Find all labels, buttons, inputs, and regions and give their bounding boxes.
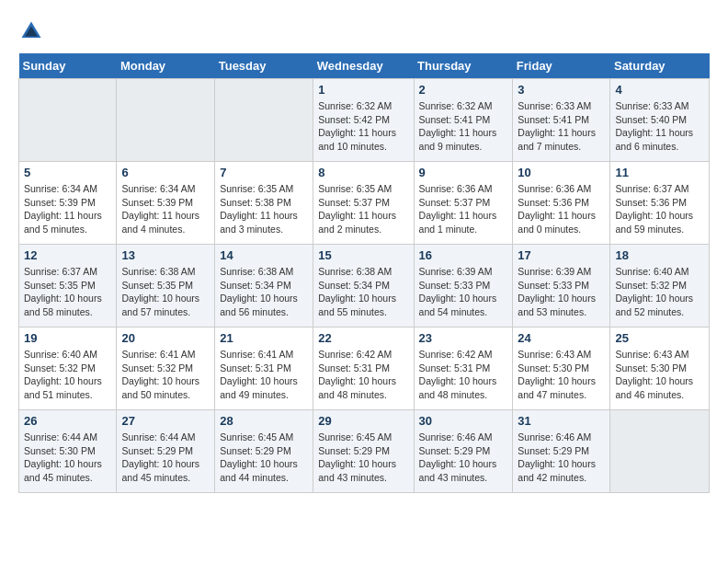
- calendar-cell: 19Sunrise: 6:40 AM Sunset: 5:32 PM Dayli…: [19, 327, 117, 410]
- calendar-cell: 21Sunrise: 6:41 AM Sunset: 5:31 PM Dayli…: [215, 327, 313, 410]
- day-number: 11: [615, 166, 704, 179]
- calendar-cell: [117, 79, 215, 162]
- day-info: Sunrise: 6:33 AM Sunset: 5:40 PM Dayligh…: [615, 99, 704, 154]
- day-number: 16: [419, 248, 508, 262]
- column-header-sunday: Sunday: [19, 53, 117, 79]
- day-info: Sunrise: 6:38 AM Sunset: 5:35 PM Dayligh…: [121, 265, 210, 319]
- day-info: Sunrise: 6:42 AM Sunset: 5:31 PM Dayligh…: [318, 348, 408, 402]
- day-number: 25: [615, 331, 704, 345]
- calendar-cell: 12Sunrise: 6:37 AM Sunset: 5:35 PM Dayli…: [19, 245, 117, 327]
- day-info: Sunrise: 6:38 AM Sunset: 5:34 PM Dayligh…: [318, 265, 408, 319]
- calendar-cell: 15Sunrise: 6:38 AM Sunset: 5:34 PM Dayli…: [313, 245, 414, 327]
- column-header-thursday: Thursday: [414, 53, 513, 79]
- day-number: 5: [24, 166, 111, 179]
- day-info: Sunrise: 6:34 AM Sunset: 5:39 PM Dayligh…: [24, 182, 111, 236]
- day-info: Sunrise: 6:32 AM Sunset: 5:42 PM Dayligh…: [318, 99, 408, 154]
- day-info: Sunrise: 6:41 AM Sunset: 5:31 PM Dayligh…: [220, 348, 308, 402]
- calendar-cell: 27Sunrise: 6:44 AM Sunset: 5:29 PM Dayli…: [117, 410, 215, 493]
- day-number: 1: [318, 83, 408, 97]
- calendar-cell: 13Sunrise: 6:38 AM Sunset: 5:35 PM Dayli…: [117, 245, 215, 327]
- calendar-cell: 2Sunrise: 6:32 AM Sunset: 5:41 PM Daylig…: [414, 79, 513, 162]
- calendar-cell: 31Sunrise: 6:46 AM Sunset: 5:29 PM Dayli…: [513, 410, 610, 493]
- day-number: 17: [518, 248, 605, 262]
- calendar-cell: 22Sunrise: 6:42 AM Sunset: 5:31 PM Dayli…: [313, 327, 414, 410]
- day-number: 24: [518, 331, 605, 345]
- calendar-cell: 4Sunrise: 6:33 AM Sunset: 5:40 PM Daylig…: [610, 79, 710, 162]
- calendar-cell: 10Sunrise: 6:36 AM Sunset: 5:36 PM Dayli…: [513, 162, 610, 245]
- calendar-cell: 29Sunrise: 6:45 AM Sunset: 5:29 PM Dayli…: [313, 410, 414, 493]
- column-header-friday: Friday: [513, 53, 610, 79]
- column-header-wednesday: Wednesday: [313, 53, 414, 79]
- day-info: Sunrise: 6:40 AM Sunset: 5:32 PM Dayligh…: [24, 348, 111, 402]
- day-info: Sunrise: 6:45 AM Sunset: 5:29 PM Dayligh…: [318, 431, 408, 485]
- calendar-cell: 14Sunrise: 6:38 AM Sunset: 5:34 PM Dayli…: [215, 245, 313, 327]
- day-number: 19: [24, 331, 111, 345]
- calendar-cell: 5Sunrise: 6:34 AM Sunset: 5:39 PM Daylig…: [19, 162, 117, 245]
- day-number: 4: [615, 83, 704, 97]
- calendar-week-row: 19Sunrise: 6:40 AM Sunset: 5:32 PM Dayli…: [19, 327, 710, 410]
- calendar-cell: 9Sunrise: 6:36 AM Sunset: 5:37 PM Daylig…: [414, 162, 513, 245]
- calendar-header-row: SundayMondayTuesdayWednesdayThursdayFrid…: [19, 53, 710, 79]
- calendar-cell: 3Sunrise: 6:33 AM Sunset: 5:41 PM Daylig…: [513, 79, 610, 162]
- calendar-cell: 7Sunrise: 6:35 AM Sunset: 5:38 PM Daylig…: [215, 162, 313, 245]
- day-info: Sunrise: 6:46 AM Sunset: 5:29 PM Dayligh…: [518, 431, 605, 485]
- day-info: Sunrise: 6:43 AM Sunset: 5:30 PM Dayligh…: [518, 348, 605, 402]
- day-number: 29: [318, 414, 408, 428]
- day-number: 3: [518, 83, 605, 97]
- day-info: Sunrise: 6:44 AM Sunset: 5:30 PM Dayligh…: [24, 431, 111, 485]
- calendar-cell: 26Sunrise: 6:44 AM Sunset: 5:30 PM Dayli…: [19, 410, 117, 493]
- calendar-cell: 30Sunrise: 6:46 AM Sunset: 5:29 PM Dayli…: [414, 410, 513, 493]
- column-header-tuesday: Tuesday: [215, 53, 313, 79]
- day-number: 26: [24, 414, 111, 428]
- day-number: 31: [518, 414, 605, 428]
- day-info: Sunrise: 6:32 AM Sunset: 5:41 PM Dayligh…: [419, 99, 508, 154]
- day-number: 30: [419, 414, 508, 428]
- day-info: Sunrise: 6:41 AM Sunset: 5:32 PM Dayligh…: [121, 348, 210, 402]
- day-info: Sunrise: 6:38 AM Sunset: 5:34 PM Dayligh…: [220, 265, 308, 319]
- day-number: 27: [121, 414, 210, 428]
- logo-icon: [18, 18, 44, 44]
- calendar-week-row: 1Sunrise: 6:32 AM Sunset: 5:42 PM Daylig…: [19, 79, 710, 162]
- day-info: Sunrise: 6:45 AM Sunset: 5:29 PM Dayligh…: [220, 431, 308, 485]
- calendar-cell: 17Sunrise: 6:39 AM Sunset: 5:33 PM Dayli…: [513, 245, 610, 327]
- calendar-cell: 1Sunrise: 6:32 AM Sunset: 5:42 PM Daylig…: [313, 79, 414, 162]
- calendar-cell: 16Sunrise: 6:39 AM Sunset: 5:33 PM Dayli…: [414, 245, 513, 327]
- day-number: 20: [121, 331, 210, 345]
- day-number: 7: [220, 166, 308, 179]
- day-number: 10: [518, 166, 605, 179]
- day-number: 14: [220, 248, 308, 262]
- calendar-cell: 18Sunrise: 6:40 AM Sunset: 5:32 PM Dayli…: [610, 245, 710, 327]
- day-info: Sunrise: 6:35 AM Sunset: 5:37 PM Dayligh…: [318, 182, 408, 236]
- calendar-cell: [215, 79, 313, 162]
- page-header: [18, 18, 710, 44]
- day-number: 9: [419, 166, 508, 179]
- day-number: 21: [220, 331, 308, 345]
- day-number: 8: [318, 166, 408, 179]
- column-header-monday: Monday: [117, 53, 215, 79]
- calendar-table: SundayMondayTuesdayWednesdayThursdayFrid…: [18, 53, 710, 493]
- day-info: Sunrise: 6:39 AM Sunset: 5:33 PM Dayligh…: [419, 265, 508, 319]
- day-number: 23: [419, 331, 508, 345]
- day-info: Sunrise: 6:34 AM Sunset: 5:39 PM Dayligh…: [121, 182, 210, 236]
- logo: [18, 18, 46, 44]
- day-info: Sunrise: 6:44 AM Sunset: 5:29 PM Dayligh…: [121, 431, 210, 485]
- day-info: Sunrise: 6:37 AM Sunset: 5:36 PM Dayligh…: [615, 182, 704, 236]
- calendar-cell: 28Sunrise: 6:45 AM Sunset: 5:29 PM Dayli…: [215, 410, 313, 493]
- day-info: Sunrise: 6:37 AM Sunset: 5:35 PM Dayligh…: [24, 265, 111, 319]
- day-info: Sunrise: 6:35 AM Sunset: 5:38 PM Dayligh…: [220, 182, 308, 236]
- calendar-cell: [19, 79, 117, 162]
- day-info: Sunrise: 6:33 AM Sunset: 5:41 PM Dayligh…: [518, 99, 605, 154]
- calendar-week-row: 26Sunrise: 6:44 AM Sunset: 5:30 PM Dayli…: [19, 410, 710, 493]
- calendar-week-row: 12Sunrise: 6:37 AM Sunset: 5:35 PM Dayli…: [19, 245, 710, 327]
- day-number: 13: [121, 248, 210, 262]
- calendar-cell: 6Sunrise: 6:34 AM Sunset: 5:39 PM Daylig…: [117, 162, 215, 245]
- day-number: 12: [24, 248, 111, 262]
- calendar-cell: 11Sunrise: 6:37 AM Sunset: 5:36 PM Dayli…: [610, 162, 710, 245]
- calendar-cell: 25Sunrise: 6:43 AM Sunset: 5:30 PM Dayli…: [610, 327, 710, 410]
- column-header-saturday: Saturday: [610, 53, 710, 79]
- calendar-cell: 24Sunrise: 6:43 AM Sunset: 5:30 PM Dayli…: [513, 327, 610, 410]
- day-number: 6: [121, 166, 210, 179]
- calendar-cell: 8Sunrise: 6:35 AM Sunset: 5:37 PM Daylig…: [313, 162, 414, 245]
- day-info: Sunrise: 6:46 AM Sunset: 5:29 PM Dayligh…: [419, 431, 508, 485]
- day-number: 15: [318, 248, 408, 262]
